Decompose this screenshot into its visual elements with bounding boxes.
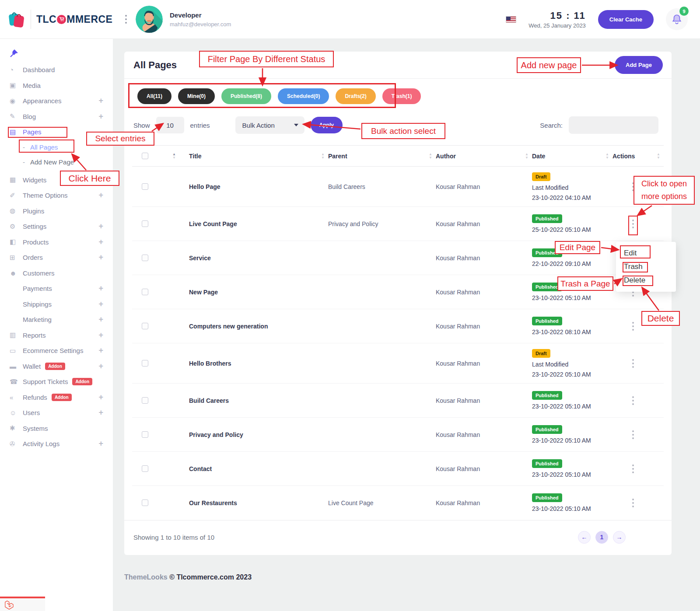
page-row-title[interactable]: Contact — [189, 452, 328, 486]
page-row-title[interactable]: Our Restaurents — [189, 486, 328, 520]
expand-plus-icon[interactable]: + — [98, 346, 103, 355]
pagination: ← 1 → — [578, 531, 626, 544]
row-checkbox[interactable] — [142, 499, 148, 506]
expand-plus-icon[interactable]: + — [98, 439, 103, 448]
sidebar-item-theme-options[interactable]: ✐Theme Options+ — [0, 188, 113, 203]
bulk-action-select[interactable]: Bulk Action — [235, 116, 304, 134]
pagination-prev-button[interactable]: ← — [578, 531, 591, 544]
sidebar-item-shippings[interactable]: Shippings+ — [0, 297, 113, 312]
row-checkbox[interactable] — [142, 220, 148, 227]
sort-desc-icon[interactable]: ▼ — [172, 156, 176, 160]
expand-plus-icon[interactable]: + — [98, 112, 103, 121]
pagination-page-1[interactable]: 1 — [595, 531, 608, 544]
sort-desc-icon[interactable]: ▼ — [429, 156, 432, 160]
apply-button[interactable]: Apply — [311, 117, 343, 133]
expand-plus-icon[interactable]: + — [98, 300, 103, 309]
expand-plus-icon[interactable]: + — [98, 237, 103, 247]
sidebar-item-appearances[interactable]: ◉Appearances+ — [0, 93, 113, 109]
expand-plus-icon[interactable]: + — [98, 222, 103, 231]
entries-count-input[interactable] — [156, 117, 184, 133]
page-row-title[interactable]: Build Careers — [189, 384, 328, 418]
page-row-title[interactable]: Live Count Page — [189, 207, 328, 241]
pin-sidebar-button[interactable] — [0, 38, 113, 62]
row-checkbox[interactable] — [142, 183, 148, 190]
brand-logo[interactable]: TLC MMERCE — [0, 10, 113, 29]
row-checkbox[interactable] — [142, 465, 148, 472]
sidebar-item-activity-logs[interactable]: ✇Activity Logs+ — [0, 436, 113, 452]
debugbar-toggle[interactable] — [0, 597, 45, 611]
page-row-title[interactable]: Service — [189, 241, 328, 275]
column-header-date[interactable]: Date▲▼ — [532, 146, 612, 167]
sort-desc-icon[interactable]: ▼ — [321, 156, 325, 160]
row-checkbox[interactable] — [142, 431, 148, 438]
column-header-actions[interactable]: Actions▲▼ — [612, 146, 664, 167]
clear-cache-button[interactable]: Clear Cache — [598, 10, 654, 29]
column-header-parent[interactable]: Parent▲▼ — [328, 146, 436, 167]
sidebar-item-systems[interactable]: ✱Systems — [0, 421, 113, 436]
page-row-title[interactable]: Computers new generation — [189, 309, 328, 343]
search-input[interactable] — [569, 116, 658, 134]
column-header-title[interactable]: Title▲▼ — [189, 146, 328, 167]
sidebar-item-payments[interactable]: Payments+ — [0, 281, 113, 297]
sidebar-item-marketing[interactable]: Marketing+ — [0, 312, 113, 328]
sidebar-item-dashboard[interactable]: ◔Dashboard — [0, 62, 113, 78]
expand-plus-icon[interactable]: + — [98, 284, 103, 293]
sidebar-item-customers[interactable]: ☻Customers — [0, 265, 113, 281]
row-checkbox[interactable] — [142, 397, 148, 404]
cart-icon — [57, 15, 66, 24]
sidebar-subitem-add-new-page[interactable]: -Add New Page — [0, 155, 113, 170]
sort-desc-icon[interactable]: ▼ — [525, 156, 528, 160]
row-checkbox[interactable] — [142, 255, 148, 261]
support-tickets-icon: ☎ — [10, 378, 23, 386]
column-header-author[interactable]: Author▲▼ — [436, 146, 532, 167]
row-actions-kebab-icon[interactable] — [629, 322, 637, 331]
sidebar-item-support-tickets[interactable]: ☎Support TicketsAddon — [0, 374, 113, 390]
row-actions-kebab-icon[interactable] — [629, 396, 637, 405]
row-checkbox[interactable] — [142, 289, 148, 295]
row-actions-kebab-icon[interactable] — [629, 464, 637, 473]
sidebar-item-reports[interactable]: ▥Reports+ — [0, 328, 113, 343]
expand-plus-icon[interactable]: + — [98, 362, 103, 371]
page-row-title[interactable]: Hello Brothers — [189, 343, 328, 384]
row-actions-kebab-icon[interactable] — [629, 359, 637, 368]
sidebar-collapse-toggle[interactable] — [125, 15, 127, 24]
sidebar-item-ecommerce-settings[interactable]: ▭Ecommerce Settings+ — [0, 343, 113, 359]
annotation-bulk-action: Bulk action select — [361, 123, 445, 139]
expand-plus-icon[interactable]: + — [98, 315, 103, 324]
sidebar-item-media[interactable]: ▣Media — [0, 78, 113, 94]
expand-plus-icon[interactable]: + — [98, 191, 103, 200]
row-checkbox[interactable] — [142, 360, 148, 367]
page-row-title[interactable]: Hello Page — [189, 167, 328, 207]
add-page-button[interactable]: Add Page — [615, 56, 663, 74]
clock: 15 : 11 Wed, 25 January 2023 — [528, 10, 586, 29]
user-avatar[interactable] — [136, 6, 163, 33]
expand-plus-icon[interactable]: + — [98, 331, 103, 340]
sidebar-item-users[interactable]: ☺Users+ — [0, 405, 113, 421]
row-actions-kebab-icon[interactable] — [629, 499, 637, 507]
page-row-title[interactable]: Privacy and Policy — [189, 418, 328, 452]
sidebar-item-orders[interactable]: ⊞Orders+ — [0, 250, 113, 265]
sidebar-item-products[interactable]: ◧Products+ — [0, 234, 113, 250]
expand-plus-icon[interactable]: + — [98, 96, 103, 105]
sidebar-item-settings[interactable]: ⚙Settings+ — [0, 219, 113, 234]
page-row-title[interactable]: New Page — [189, 275, 328, 309]
refunds-icon: « — [10, 394, 23, 401]
pagination-next-button[interactable]: → — [613, 531, 626, 544]
expand-plus-icon[interactable]: + — [98, 253, 103, 262]
row-checkbox[interactable] — [142, 323, 148, 329]
expand-plus-icon[interactable]: + — [98, 393, 103, 402]
language-flag-icon[interactable] — [506, 16, 516, 23]
sidebar-item-blog[interactable]: ✎Blog+ — [0, 109, 113, 125]
clock-time: 15 : 11 — [528, 10, 586, 21]
expand-plus-icon[interactable]: + — [98, 408, 103, 417]
sidebar-item-wallet[interactable]: ▬WalletAddon+ — [0, 359, 113, 374]
select-all-checkbox[interactable] — [142, 153, 148, 159]
sidebar-item-plugins[interactable]: ◍Plugins — [0, 203, 113, 219]
row-actions-kebab-icon[interactable] — [629, 430, 637, 439]
bell-icon — [671, 14, 682, 25]
sort-desc-icon[interactable]: ▼ — [657, 156, 660, 160]
notifications-button[interactable]: 9 — [666, 8, 688, 30]
sort-desc-icon[interactable]: ▼ — [606, 156, 609, 160]
sidebar-item-refunds[interactable]: «RefundsAddon+ — [0, 390, 113, 405]
systems-icon: ✱ — [10, 424, 23, 432]
